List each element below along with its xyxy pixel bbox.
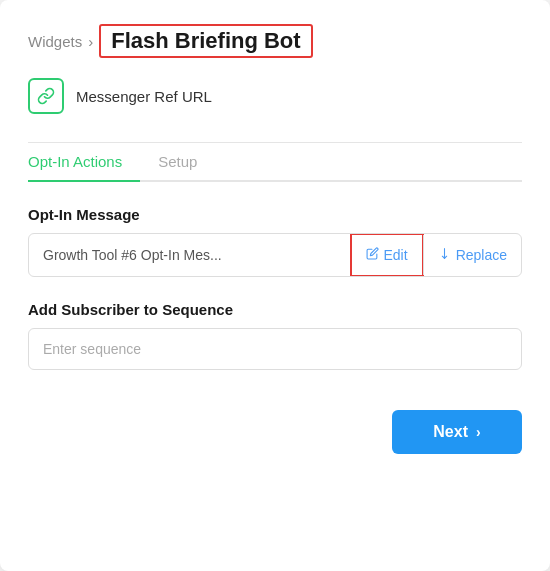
tab-setup[interactable]: Setup xyxy=(158,143,215,180)
opt-in-message-box: Growth Tool #6 Opt-In Mes... Edit xyxy=(28,233,522,277)
edit-button[interactable]: Edit xyxy=(350,233,424,277)
edit-label: Edit xyxy=(384,247,408,263)
ref-url-row: Messenger Ref URL xyxy=(28,78,522,114)
chevron-right-icon: › xyxy=(476,424,481,440)
tabs-row: Opt-In Actions Setup xyxy=(28,143,522,182)
replace-icon xyxy=(438,247,451,263)
opt-in-message-label: Opt-In Message xyxy=(28,206,522,223)
page-title: Flash Briefing Bot xyxy=(99,24,312,58)
edit-icon xyxy=(366,247,379,263)
replace-label: Replace xyxy=(456,247,507,263)
breadcrumb: Widgets › Flash Briefing Bot xyxy=(28,24,522,58)
next-button[interactable]: Next › xyxy=(392,410,522,454)
next-label: Next xyxy=(433,423,468,441)
sequence-input[interactable] xyxy=(28,328,522,370)
breadcrumb-parent: Widgets xyxy=(28,33,82,50)
tab-opt-in-actions[interactable]: Opt-In Actions xyxy=(28,143,140,180)
ref-url-label: Messenger Ref URL xyxy=(76,88,212,105)
main-card: Widgets › Flash Briefing Bot Messenger R… xyxy=(0,0,550,571)
opt-in-action-buttons: Edit Replace xyxy=(350,234,522,276)
breadcrumb-separator: › xyxy=(88,33,93,50)
replace-button[interactable]: Replace xyxy=(423,235,521,275)
sequence-section-label: Add Subscriber to Sequence xyxy=(28,301,522,318)
link-icon xyxy=(28,78,64,114)
footer-actions: Next › xyxy=(28,410,522,454)
opt-in-message-value: Growth Tool #6 Opt-In Mes... xyxy=(29,235,350,275)
